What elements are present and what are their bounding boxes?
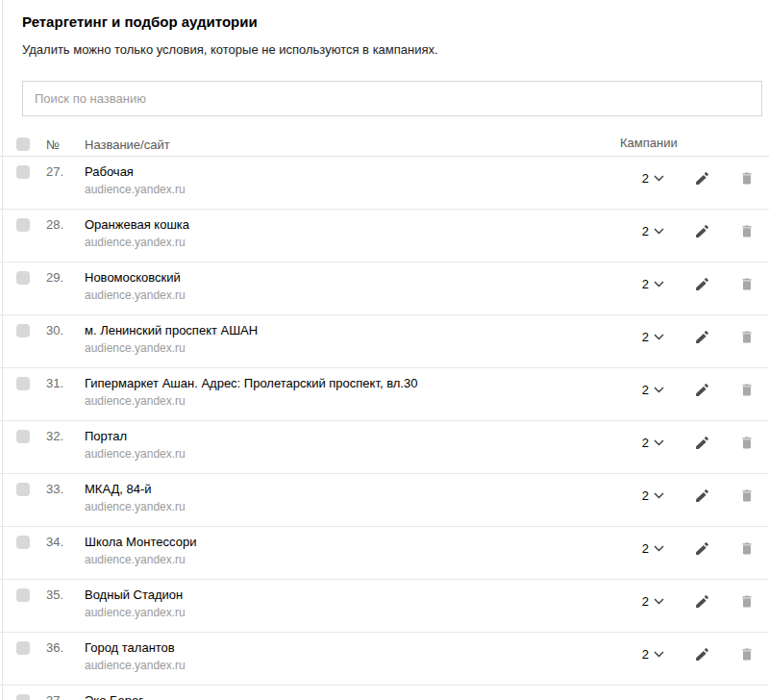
retargeting-page: Ретаргетинг и подбор аудитории Удалить м…	[0, 13, 769, 700]
delete-button[interactable]	[738, 434, 756, 451]
trash-icon	[739, 593, 755, 610]
delete-button[interactable]	[738, 275, 756, 292]
delete-button[interactable]	[738, 328, 756, 345]
delete-button[interactable]	[738, 645, 756, 662]
edit-button[interactable]	[693, 381, 710, 398]
row-number: 32.	[46, 429, 85, 443]
trash-icon	[739, 276, 755, 292]
campaigns-dropdown[interactable]: 2	[642, 436, 664, 450]
table-row: 36. Город талантов audience.yandex.ru 2	[0, 633, 769, 686]
table-row: 37. Эко Берег audience.yandex.ru 2	[0, 686, 769, 700]
row-number: 34.	[46, 535, 85, 549]
delete-button[interactable]	[738, 539, 756, 557]
chevron-down-icon	[654, 439, 664, 446]
table-row: 27. Рабочая audience.yandex.ru 2	[0, 157, 769, 210]
table-row: 35. Водный Стадион audience.yandex.ru 2	[0, 580, 769, 633]
pencil-icon	[694, 488, 710, 504]
row-checkbox[interactable]	[16, 483, 30, 496]
page-title: Ретаргетинг и подбор аудитории	[22, 13, 769, 30]
chevron-down-icon	[654, 334, 664, 340]
edit-button[interactable]	[693, 539, 710, 557]
row-number: 28.	[46, 217, 85, 232]
row-checkbox[interactable]	[16, 536, 30, 549]
edit-button[interactable]	[693, 169, 710, 187]
select-all-checkbox[interactable]	[16, 138, 30, 151]
delete-button[interactable]	[738, 381, 756, 398]
campaigns-dropdown[interactable]: 2	[642, 383, 664, 397]
campaigns-count: 2	[642, 488, 649, 503]
trash-icon	[739, 382, 755, 398]
row-number: 35.	[46, 588, 85, 602]
row-number: 27.	[46, 164, 85, 179]
column-header-campaigns: Кампании	[620, 136, 678, 150]
table-row: 28. Оранжевая кошка audience.yandex.ru 2	[0, 210, 769, 262]
pencil-icon	[694, 329, 710, 345]
campaigns-dropdown[interactable]: 2	[642, 330, 664, 344]
pencil-icon	[694, 223, 710, 239]
row-actions: 2	[642, 326, 756, 347]
row-actions: 2	[642, 220, 756, 241]
pencil-icon	[694, 276, 710, 292]
delete-button[interactable]	[738, 592, 756, 610]
search-input[interactable]	[22, 81, 762, 116]
campaigns-count: 2	[642, 277, 649, 291]
trash-icon	[739, 540, 755, 557]
campaigns-dropdown[interactable]: 2	[642, 594, 664, 609]
campaigns-dropdown[interactable]: 2	[642, 488, 664, 503]
trash-icon	[739, 329, 755, 345]
chevron-down-icon	[654, 545, 664, 552]
campaigns-count: 2	[642, 330, 649, 344]
row-actions: 2	[642, 379, 756, 400]
row-checkbox[interactable]	[16, 694, 30, 700]
row-checkbox[interactable]	[16, 430, 30, 443]
row-checkbox[interactable]	[16, 377, 30, 390]
row-actions: 2	[642, 696, 756, 700]
row-number: 36.	[46, 640, 85, 655]
table-header: № Название/сайт Кампании	[0, 133, 769, 157]
edit-button[interactable]	[693, 592, 710, 610]
campaigns-dropdown[interactable]: 2	[642, 224, 664, 238]
chevron-down-icon	[654, 228, 664, 235]
edit-button[interactable]	[693, 222, 710, 239]
row-checkbox[interactable]	[16, 324, 30, 338]
panel-left-border	[2, 0, 3, 700]
row-actions: 2	[642, 432, 756, 453]
row-checkbox[interactable]	[16, 218, 30, 232]
chevron-down-icon	[654, 598, 664, 605]
edit-button[interactable]	[693, 645, 710, 662]
campaigns-count: 2	[642, 224, 649, 238]
delete-button[interactable]	[738, 222, 756, 239]
trash-icon	[739, 223, 755, 239]
trash-icon	[739, 170, 755, 187]
row-checkbox[interactable]	[16, 165, 30, 179]
row-number: 33.	[46, 482, 85, 496]
chevron-down-icon	[654, 175, 664, 182]
row-actions: 2	[642, 643, 756, 664]
search-bar	[22, 81, 769, 116]
row-number: 30.	[46, 323, 85, 338]
campaigns-dropdown[interactable]: 2	[642, 541, 664, 556]
delete-button[interactable]	[738, 487, 756, 504]
row-number: 37.	[46, 693, 85, 700]
edit-button[interactable]	[693, 487, 710, 504]
campaigns-count: 2	[642, 436, 649, 450]
pencil-icon	[694, 646, 710, 662]
edit-button[interactable]	[693, 434, 710, 451]
row-number: 29.	[46, 270, 85, 285]
edit-button[interactable]	[693, 328, 710, 345]
row-checkbox[interactable]	[16, 641, 30, 655]
campaigns-dropdown[interactable]: 2	[642, 277, 664, 291]
chevron-down-icon	[654, 387, 664, 393]
table-row: 30. м. Ленинский проспект АШАН audience.…	[0, 315, 769, 368]
trash-icon	[739, 646, 755, 662]
row-checkbox[interactable]	[16, 588, 30, 602]
campaigns-dropdown[interactable]: 2	[642, 171, 664, 186]
audience-conditions-list: 27. Рабочая audience.yandex.ru 2	[0, 157, 769, 700]
delete-button[interactable]	[738, 169, 756, 187]
table-row: 29. Новомосковский audience.yandex.ru 2	[0, 262, 769, 315]
table-row: 31. Гипермаркет Ашан. Адрес: Пролетарски…	[0, 368, 769, 421]
row-actions: 2	[642, 485, 756, 506]
edit-button[interactable]	[693, 275, 710, 292]
row-checkbox[interactable]	[16, 271, 30, 285]
campaigns-dropdown[interactable]: 2	[642, 647, 664, 662]
